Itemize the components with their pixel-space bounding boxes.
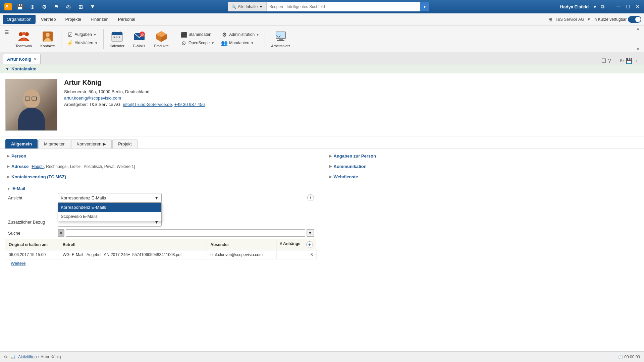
dropdown-option-scopevisio[interactable]: Scopevisio E-Mails	[58, 212, 161, 221]
restore-icon[interactable]: ⧉	[601, 4, 604, 10]
suche-input[interactable]	[66, 229, 305, 237]
more-icon[interactable]: ···	[613, 58, 618, 64]
search-filter-button[interactable]: 🔍 Alle Inhalte ▼	[228, 2, 267, 11]
sidebar-toggle-icon[interactable]: ☰	[3, 28, 11, 36]
toolbar-stammdaten[interactable]: ⬛ Stammdaten	[179, 31, 216, 39]
maximize-button[interactable]: □	[625, 3, 631, 10]
breadcrumb-link-aktivitaeten[interactable]: Aktivitäten	[18, 355, 37, 359]
table-row[interactable]: 06.06.2017 15:15:00 WG: E-Mail - Angebot…	[5, 250, 316, 259]
mandanten-label: Mandanten	[229, 41, 249, 45]
sub-tab-projekt[interactable]: Projekt	[112, 139, 137, 148]
doc-tab-label: Artur König	[7, 57, 31, 62]
dropdown-option-korrespondenz[interactable]: Korrespondenz E-Mails	[58, 203, 161, 212]
table-add-button[interactable]: +	[306, 241, 313, 248]
kontaktakte-section-header[interactable]: ▼ Kontaktakte	[0, 64, 644, 73]
employer-phone-link[interactable]: +49 30 987 456	[174, 102, 205, 107]
separator-2	[103, 29, 104, 49]
email-section-header[interactable]: ▼ E-Mail	[5, 184, 317, 193]
location-icon[interactable]: ◎	[64, 2, 73, 11]
save-icon[interactable]: 💾	[15, 2, 25, 11]
toolbar-aufgaben[interactable]: ☑ Aufgaben ▼	[65, 31, 99, 39]
separator-3	[175, 29, 175, 49]
kontaktscoring-section-title[interactable]: ▶ Kontaktsscoring (TC MSZ)	[5, 172, 317, 181]
ansicht-dropdown[interactable]: Korrespondenz E-Mails ▼	[58, 193, 162, 202]
person-section: ▶ Person	[5, 152, 317, 161]
menu-item-finanzen[interactable]: Finanzen	[87, 15, 112, 24]
svg-rect-9	[112, 34, 122, 35]
ansicht-label: Ansicht	[8, 195, 55, 200]
save-tab-icon[interactable]: 💾	[626, 58, 633, 64]
sub-tab-mitarbeiter[interactable]: Mitarbeiter	[38, 139, 70, 148]
search-icon: 🔍	[231, 4, 236, 9]
employer-email-link[interactable]: info@T-und-S-Service.de,	[123, 102, 173, 107]
toggle-background[interactable]	[628, 16, 641, 23]
scroll-down-icon[interactable]: ▼	[636, 47, 640, 52]
kommunikation-arrow-icon: ▶	[329, 164, 332, 169]
menu-item-vertrieb[interactable]: Vertrieb	[37, 15, 60, 24]
app-logo-icon[interactable]: S	[3, 2, 13, 11]
kalender-icon: 5 6 7	[110, 30, 124, 43]
suche-dropdown-button[interactable]: ▼	[307, 229, 314, 237]
webdienste-section-title[interactable]: ▶ Webdienste	[328, 172, 639, 181]
dropdown-icon[interactable]: ▼	[88, 2, 97, 11]
toolbar-mandanten[interactable]: 👥 Mandanten ▼	[220, 39, 261, 47]
weitere-link[interactable]: Weitere	[5, 259, 317, 267]
toolbar-produkte[interactable]: Produkte	[151, 28, 172, 49]
search-input[interactable]	[267, 4, 420, 9]
kontaktakte-label: Kontaktakte	[11, 66, 36, 71]
svg-rect-23	[276, 32, 285, 38]
person-section-title[interactable]: ▶ Person	[5, 152, 317, 161]
toolbar-openscope[interactable]: ⊙ OpenScope ▼	[179, 39, 216, 47]
emails-icon: @	[132, 30, 146, 43]
user-name[interactable]: Hadya Eisfeld	[560, 4, 589, 9]
menu-item-personal[interactable]: Personal	[114, 15, 139, 24]
add-icon[interactable]: ⊕	[28, 2, 37, 11]
contact-email[interactable]: artur.koenig@scopevisio.com	[64, 96, 639, 101]
doc-tab-artur-koenig[interactable]: Artur König ×	[3, 54, 41, 64]
company-dropdown-icon[interactable]: ▼	[587, 17, 591, 22]
bookmark-icon[interactable]: ⚑	[52, 2, 61, 11]
toolbar-kontakte[interactable]: Kontakte	[37, 28, 58, 49]
toggle-switch[interactable]: In Kürze verfügbar	[593, 16, 641, 23]
minimize-button[interactable]: ─	[615, 3, 622, 10]
ribbon-right: ▲ ▼	[635, 25, 641, 52]
suche-clear-button[interactable]: ✕	[58, 229, 64, 237]
toolbar-teamwork[interactable]: Teamwork	[12, 28, 36, 49]
toolbar-kalender[interactable]: 5 6 7 Kalender	[106, 28, 128, 49]
help-icon[interactable]: ?	[608, 58, 611, 64]
admin-dropdown-icon: ▼	[256, 33, 259, 37]
user-dropdown-icon[interactable]: ▼	[593, 4, 597, 9]
title-bar: S 💾 ⊕ ⚙ ⚑ ◎ ⊞ ▼ 🔍 Alle Inhalte ▼ ▼ Hadya…	[0, 0, 644, 13]
mandanten-icon: 👥	[221, 40, 228, 46]
scroll-up-icon[interactable]: ▲	[636, 26, 640, 31]
person-label: Person	[11, 154, 26, 159]
window-controls: ─ □ ✕	[615, 3, 641, 10]
refresh-icon[interactable]: ↻	[620, 58, 624, 64]
kommunikation-label: Kommunikation	[334, 164, 367, 169]
kommunikation-section-title[interactable]: ▶ Kommunikation	[328, 162, 639, 171]
toolbar-compound-2: ⬛ Stammdaten ⊙ OpenScope ▼	[178, 29, 217, 48]
ansicht-info-icon[interactable]: i	[307, 194, 314, 201]
sub-tab-allgemein[interactable]: Allgemein	[5, 139, 38, 148]
menu-item-organisation[interactable]: Organisation	[3, 15, 36, 24]
back-icon[interactable]: ←	[635, 58, 640, 64]
menu-item-projekte[interactable]: Projekte	[61, 15, 86, 24]
angaben-section-title[interactable]: ▶ Angaben zur Person	[328, 152, 639, 161]
adresse-section-title[interactable]: ▶ Adresse [Haupt-, Rechnungs-, Liefer-, …	[5, 162, 317, 171]
mandanten-dropdown-icon: ▼	[251, 41, 254, 45]
grid-icon[interactable]: ⊞	[76, 2, 85, 11]
sub-tab-konvertieren[interactable]: Konvertieren ▶	[71, 139, 112, 148]
adresse-tag-haupt[interactable]: Haupt-	[32, 164, 44, 169]
separator-1	[61, 29, 61, 49]
search-dropdown-button[interactable]: ▼	[420, 2, 429, 11]
toolbar-arbeitsplatz[interactable]: Arbeitsplatz	[268, 28, 293, 49]
toolbar-administration[interactable]: ⚙ Administration ▼	[220, 31, 261, 39]
duplicate-icon[interactable]: ❐	[601, 58, 606, 64]
toolbar-aktivitaeten[interactable]: ⚡ Aktivitäten ▼	[65, 39, 99, 47]
openscope-label: OpenScope	[189, 41, 210, 45]
tab-close-icon[interactable]: ×	[34, 57, 36, 62]
settings-icon[interactable]: ⚙	[40, 2, 49, 11]
close-button[interactable]: ✕	[634, 3, 641, 10]
toolbar-emails[interactable]: @ E-Mails	[129, 28, 149, 49]
kalender-label: Kalender	[110, 44, 124, 48]
